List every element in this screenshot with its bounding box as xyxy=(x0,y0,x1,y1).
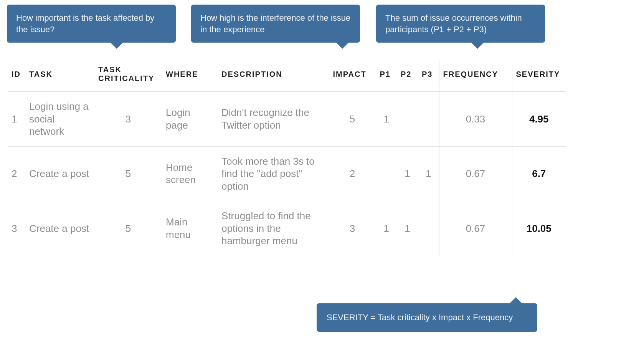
cell-severity: 4.95 xyxy=(512,92,566,147)
col-criticality: TASK CRITICALITY xyxy=(94,61,162,92)
cell-p1 xyxy=(376,146,397,201)
table-row: 3 Create a post 5 Main menu Struggled to… xyxy=(8,201,566,256)
cell-impact: 5 xyxy=(329,92,376,147)
col-impact: IMPACT xyxy=(329,61,376,92)
cell-p1: 1 xyxy=(376,201,397,256)
usability-issues-table: ID TASK TASK CRITICALITY WHERE DESCRIPTI… xyxy=(8,61,566,256)
cell-id: 3 xyxy=(8,201,25,256)
callout-frequency: The sum of issue occurrences within part… xyxy=(376,5,545,43)
table-row: 2 Create a post 5 Home screen Took more … xyxy=(8,146,566,201)
col-severity: SEVERITY xyxy=(512,61,566,92)
col-frequency: FREQUENCY xyxy=(439,61,512,92)
callout-criticality-text: How important is the task affected by th… xyxy=(16,13,154,34)
cell-description: Didn't recognize the Twitter option xyxy=(218,92,329,147)
col-where: WHERE xyxy=(162,61,218,92)
arrow-up-icon xyxy=(510,297,522,303)
col-description: DESCRIPTION xyxy=(218,61,329,92)
callout-criticality: How important is the task affected by th… xyxy=(7,5,176,43)
callout-impact-text: How high is the interference of the issu… xyxy=(200,13,350,34)
cell-p3 xyxy=(418,92,439,147)
col-p1: P1 xyxy=(376,61,397,92)
cell-frequency: 0.67 xyxy=(439,146,512,201)
callout-formula: SEVERITY = Task criticality x Impact x F… xyxy=(317,303,537,332)
cell-id: 1 xyxy=(8,92,25,147)
cell-where: Main menu xyxy=(162,201,218,256)
cell-where: Login page xyxy=(162,92,218,147)
cell-impact: 3 xyxy=(329,201,376,256)
cell-description: Struggled to find the options in the ham… xyxy=(218,201,329,256)
cell-p3: 1 xyxy=(418,146,439,201)
cell-severity: 6.7 xyxy=(512,146,566,201)
cell-id: 2 xyxy=(8,146,25,201)
arrow-down-icon xyxy=(111,43,123,49)
cell-severity: 10.05 xyxy=(512,201,566,256)
callout-frequency-text: The sum of issue occurrences within part… xyxy=(385,13,522,34)
cell-task: Create a post xyxy=(25,201,94,256)
cell-p3 xyxy=(418,201,439,256)
cell-criticality: 5 xyxy=(94,201,162,256)
col-p3: P3 xyxy=(418,61,439,92)
cell-task: Create a post xyxy=(25,146,94,201)
table-row: 1 Login using a social network 3 Login p… xyxy=(8,92,566,147)
cell-description: Took more than 3s to find the "add post"… xyxy=(218,146,329,201)
callout-formula-text: SEVERITY = Task criticality x Impact x F… xyxy=(327,313,513,322)
arrow-down-icon xyxy=(336,43,348,49)
col-p2: P2 xyxy=(397,61,418,92)
callout-impact: How high is the interference of the issu… xyxy=(191,5,360,43)
cell-criticality: 5 xyxy=(94,146,162,201)
cell-p2: 1 xyxy=(397,146,418,201)
cell-impact: 2 xyxy=(329,146,376,201)
arrow-down-icon xyxy=(471,43,484,49)
cell-p2 xyxy=(397,92,418,147)
col-id: ID xyxy=(8,61,25,92)
cell-where: Home screen xyxy=(162,146,218,201)
cell-task: Login using a social network xyxy=(25,92,94,147)
cell-frequency: 0.33 xyxy=(439,92,512,147)
cell-frequency: 0.67 xyxy=(439,201,512,256)
cell-criticality: 3 xyxy=(94,92,162,147)
cell-p1: 1 xyxy=(376,92,397,147)
header-row: ID TASK TASK CRITICALITY WHERE DESCRIPTI… xyxy=(8,61,566,92)
cell-p2: 1 xyxy=(397,201,418,256)
col-task: TASK xyxy=(25,61,94,92)
